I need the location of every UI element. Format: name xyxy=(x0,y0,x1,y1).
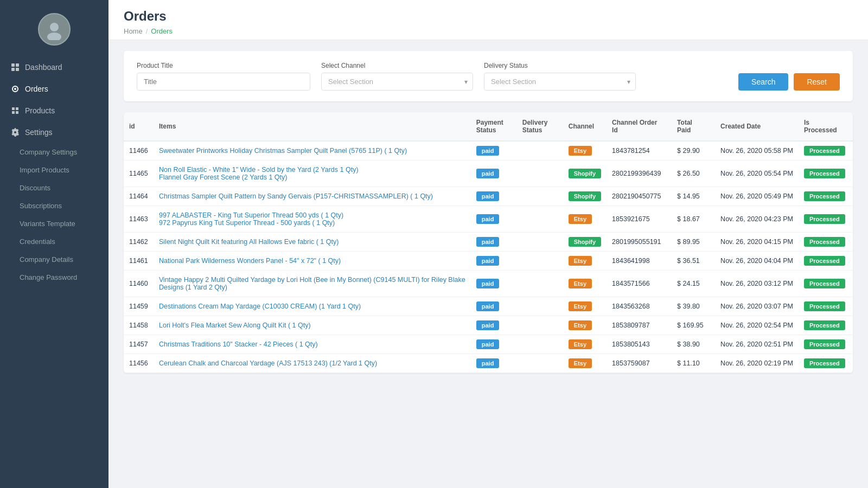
sidebar-item-products-label: Products xyxy=(25,106,55,115)
cell-payment-status: paid xyxy=(471,206,517,233)
sidebar-item-products[interactable]: Products xyxy=(0,100,108,121)
payment-badge: paid xyxy=(476,146,500,156)
filter-buttons: Search Reset xyxy=(738,73,840,91)
cell-id: 11458 xyxy=(124,316,154,335)
cell-channel: Etsy xyxy=(563,141,607,160)
cell-is-processed: Processed xyxy=(799,160,853,187)
cell-channel-order-id: 2802199396439 xyxy=(607,160,672,187)
sidebar-item-dashboard[interactable]: Dashboard xyxy=(0,56,108,78)
delivery-status-group: Delivery Status Select Section Shipped P… xyxy=(484,62,636,91)
channel-badge: Etsy xyxy=(569,279,592,288)
channel-badge: Etsy xyxy=(569,146,592,156)
cell-delivery-status xyxy=(517,354,563,373)
cell-channel-order-id: 1853921675 xyxy=(607,206,672,233)
cell-created-date: Nov. 26, 2020 02:51 PM xyxy=(715,335,799,354)
processed-badge: Processed xyxy=(804,358,845,368)
cell-channel: Etsy xyxy=(563,206,607,233)
sidebar-item-subscriptions[interactable]: Subscriptions xyxy=(0,197,108,215)
processed-badge: Processed xyxy=(804,279,845,288)
payment-badge: paid xyxy=(476,358,500,368)
processed-badge: Processed xyxy=(804,301,845,311)
dashboard-icon xyxy=(11,63,20,72)
sidebar-item-credentials[interactable]: Credentials xyxy=(0,233,108,251)
reset-button[interactable]: Reset xyxy=(794,73,840,91)
table-row: 11460 Vintage Happy 2 Multi Quilted Yard… xyxy=(124,271,853,297)
breadcrumb: Home / Orders xyxy=(124,27,853,35)
select-channel-group: Select Channel Select Section Etsy Shopi… xyxy=(321,62,473,91)
cell-items: National Park Wilderness Wonders Panel -… xyxy=(154,252,471,271)
cell-created-date: Nov. 26, 2020 05:54 PM xyxy=(715,160,799,187)
cell-total-paid: $ 89.95 xyxy=(672,233,715,252)
delivery-status-select[interactable]: Select Section Shipped Pending xyxy=(484,73,636,91)
processed-badge: Processed xyxy=(804,191,845,201)
svg-rect-4 xyxy=(11,68,15,71)
svg-rect-2 xyxy=(11,63,15,67)
company-settings-label: Company Settings xyxy=(20,148,77,156)
processed-badge: Processed xyxy=(804,256,845,266)
payment-badge: paid xyxy=(476,320,500,330)
col-header-id: id xyxy=(124,112,154,141)
product-title-input[interactable] xyxy=(137,73,310,91)
cell-is-processed: Processed xyxy=(799,141,853,160)
cell-channel: Etsy xyxy=(563,335,607,354)
cell-items: Christmas Traditions 10" Stacker - 42 Pi… xyxy=(154,335,471,354)
cell-delivery-status xyxy=(517,233,563,252)
table-row: 11457 Christmas Traditions 10" Stacker -… xyxy=(124,335,853,354)
cell-payment-status: paid xyxy=(471,233,517,252)
cell-created-date: Nov. 26, 2020 02:54 PM xyxy=(715,316,799,335)
channel-select[interactable]: Select Section Etsy Shopify xyxy=(321,73,473,91)
subscriptions-label: Subscriptions xyxy=(20,202,62,210)
cell-is-processed: Processed xyxy=(799,252,853,271)
col-header-items: Items xyxy=(154,112,471,141)
cell-delivery-status xyxy=(517,206,563,233)
sidebar-item-company-details[interactable]: Company Details xyxy=(0,251,108,268)
payment-badge: paid xyxy=(476,214,500,224)
sidebar-item-company-settings[interactable]: Company Settings xyxy=(0,143,108,161)
search-button[interactable]: Search xyxy=(738,73,788,91)
sidebar-item-change-password[interactable]: Change Password xyxy=(0,268,108,286)
table-row: 11465 Non Roll Elastic - White 1" Wide -… xyxy=(124,160,853,187)
select-channel-label: Select Channel xyxy=(321,62,473,69)
cell-channel-order-id: 2801995055191 xyxy=(607,233,672,252)
content-area: Product Title Select Channel Select Sect… xyxy=(108,40,868,488)
channel-badge: Shopify xyxy=(569,191,601,201)
sidebar-item-discounts[interactable]: Discounts xyxy=(0,179,108,197)
cell-items: 997 ALABASTER - King Tut Superior Thread… xyxy=(154,206,471,233)
col-header-channel: Channel xyxy=(563,112,607,141)
cell-delivery-status xyxy=(517,141,563,160)
cell-payment-status: paid xyxy=(471,271,517,297)
cell-id: 11459 xyxy=(124,297,154,316)
breadcrumb-home[interactable]: Home xyxy=(124,27,143,35)
product-title-group: Product Title xyxy=(137,62,310,91)
cell-payment-status: paid xyxy=(471,297,517,316)
cell-channel-order-id: 1843781254 xyxy=(607,141,672,160)
processed-badge: Processed xyxy=(804,214,845,224)
cell-payment-status: paid xyxy=(471,354,517,373)
payment-badge: paid xyxy=(476,339,500,349)
sidebar-item-settings[interactable]: Settings xyxy=(0,121,108,143)
cell-id: 11463 xyxy=(124,206,154,233)
cell-total-paid: $ 14.95 xyxy=(672,187,715,206)
cell-channel: Shopify xyxy=(563,233,607,252)
sidebar-item-settings-label: Settings xyxy=(25,128,53,137)
cell-id: 11460 xyxy=(124,271,154,297)
table-row: 11462 Silent Night Quilt Kit featuring A… xyxy=(124,233,853,252)
cell-total-paid: $ 29.90 xyxy=(672,141,715,160)
cell-total-paid: $ 169.95 xyxy=(672,316,715,335)
svg-point-0 xyxy=(50,23,59,31)
sidebar-item-orders[interactable]: Orders xyxy=(0,78,108,100)
cell-is-processed: Processed xyxy=(799,354,853,373)
cell-items: Cerulean Chalk and Charcoal Yardage (AJS… xyxy=(154,354,471,373)
filter-panel: Product Title Select Channel Select Sect… xyxy=(124,51,853,101)
table-row: 11464 Christmas Sampler Quilt Pattern by… xyxy=(124,187,853,206)
cell-delivery-status xyxy=(517,160,563,187)
table-row: 11458 Lori Holt's Flea Market Sew Along … xyxy=(124,316,853,335)
sidebar-item-variants-template[interactable]: Variants Template xyxy=(0,215,108,233)
import-products-label: Import Products xyxy=(20,166,69,174)
channel-badge: Shopify xyxy=(569,169,601,178)
sidebar-item-import-products[interactable]: Import Products xyxy=(0,161,108,179)
col-header-payment-status: PaymentStatus xyxy=(471,112,517,141)
cell-payment-status: paid xyxy=(471,316,517,335)
settings-icon xyxy=(11,128,20,137)
cell-created-date: Nov. 26, 2020 05:58 PM xyxy=(715,141,799,160)
